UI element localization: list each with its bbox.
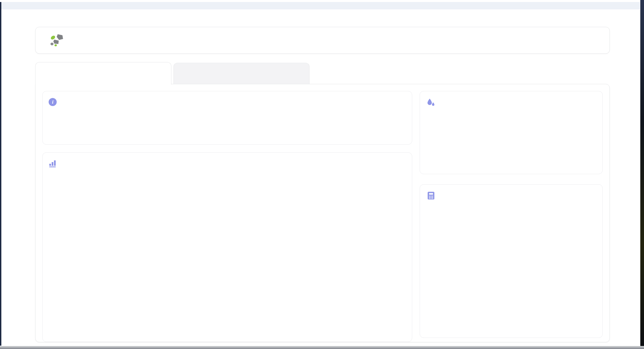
tab-result[interactable] [35, 62, 171, 85]
file-info-panel: i [42, 91, 412, 145]
blood-viscosity-panel [420, 91, 603, 174]
shear-viscosity-panel [420, 184, 603, 338]
ubiosis-logo-icon [50, 33, 66, 48]
tab-raw-data[interactable] [173, 63, 310, 84]
calculator-icon [427, 191, 435, 200]
ubiosis-logo [50, 33, 68, 48]
shear-viscosity-title-row [427, 191, 596, 200]
app-header [35, 27, 610, 54]
window-titlebar [1, 2, 640, 9]
window-right-edge [640, 0, 644, 349]
file-info-title-row: i [49, 98, 406, 106]
graph-title-row [49, 159, 406, 167]
blood-viscosity-title-row [427, 98, 596, 107]
bar-chart-icon [49, 159, 57, 167]
chart-wrap [49, 172, 406, 335]
info-icon: i [49, 98, 57, 106]
close-icon[interactable] [627, 3, 633, 9]
droplets-icon [427, 98, 435, 107]
viscosity-chart [49, 172, 405, 333]
window-bottom-edge [0, 346, 644, 349]
result-tab-content: i [35, 84, 610, 342]
graph-panel [42, 152, 412, 342]
window-left-edge [0, 2, 1, 346]
